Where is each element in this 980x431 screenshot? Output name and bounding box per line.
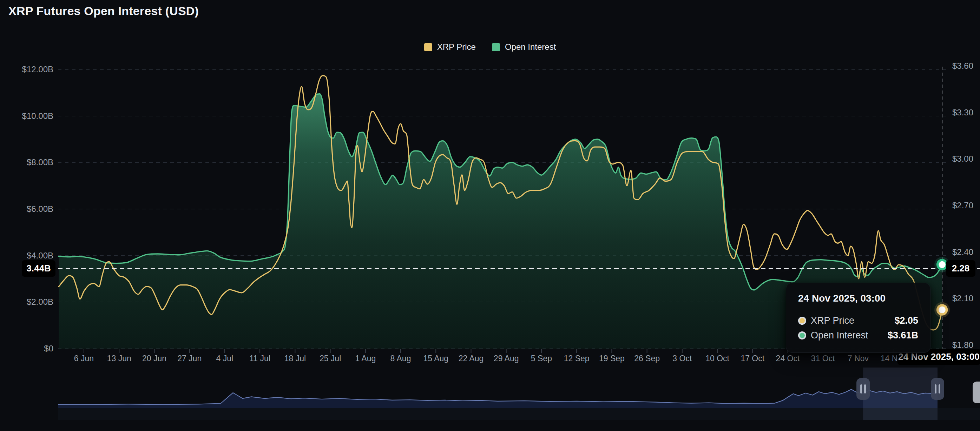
- x-axis-label: 1 Aug: [355, 354, 376, 363]
- x-axis-label: 10 Oct: [705, 354, 729, 363]
- navigator-baseline-band: [58, 408, 980, 420]
- oi-last-point-marker: [937, 260, 947, 269]
- x-axis-label: 24 Oct: [776, 354, 800, 363]
- price-last-point-marker: [937, 305, 947, 314]
- chart-legend: XRP PriceOpen Interest: [0, 42, 980, 52]
- x-axis-label: 3 Oct: [672, 354, 692, 363]
- x-axis-label: 18 Jul: [285, 354, 306, 363]
- y-axis-left-label: $8.00B: [0, 158, 53, 166]
- legend-item-open-interest[interactable]: Open Interest: [492, 42, 556, 52]
- navigator-handle-left[interactable]: [856, 378, 870, 400]
- legend-item-xrp-price[interactable]: XRP Price: [424, 42, 476, 52]
- y-axis-right-label: $2.70: [952, 201, 973, 210]
- chart-page: XRP Futures Open Interest (USD) XRP Pric…: [0, 0, 980, 431]
- y-axis-left-label: $4.00B: [0, 252, 53, 260]
- y-axis-right-label: $2.40: [952, 248, 973, 256]
- y-axis-right-label: $2.10: [952, 294, 973, 303]
- legend-label: XRP Price: [437, 42, 476, 52]
- tooltip-value: $2.05: [894, 315, 918, 326]
- page-title: XRP Futures Open Interest (USD): [8, 4, 199, 18]
- legend-swatch-icon: [424, 43, 432, 51]
- x-axis-label: 5 Sep: [531, 354, 552, 363]
- x-axis-label: 15 Aug: [423, 354, 449, 363]
- x-axis-label: 11 Jul: [249, 354, 270, 363]
- legend-label: Open Interest: [505, 42, 556, 52]
- tooltip-label: Open Interest: [811, 330, 868, 341]
- tooltip-value: $3.61B: [888, 330, 918, 341]
- x-axis-label: 13 Jun: [107, 354, 131, 363]
- x-axis-label: 6 Jun: [74, 354, 94, 363]
- oi-current-value-pill: 3.44B: [22, 260, 56, 277]
- y-axis-left-label: $10.00B: [0, 112, 53, 120]
- x-axis-label: 17 Oct: [741, 354, 764, 363]
- y-axis-left-label: $0: [0, 344, 53, 353]
- y-axis-left-label: $2.00B: [0, 298, 53, 306]
- x-axis-label: 25 Jul: [320, 354, 341, 363]
- navigator-handle-right[interactable]: [931, 378, 944, 400]
- navigator[interactable]: [58, 368, 980, 420]
- xrp-price-dot-icon: [798, 317, 806, 325]
- price-current-value-pill: 2.28: [946, 260, 975, 277]
- tooltip-row-xrp-price: XRP Price $2.05: [798, 313, 918, 328]
- y-axis-right-label: $3.60: [952, 62, 973, 70]
- x-axis-label: 7 Nov: [848, 354, 869, 363]
- x-axis-label: 12 Sep: [564, 354, 590, 363]
- x-axis-label: 19 Sep: [599, 354, 625, 363]
- x-axis-label: 4 Jul: [216, 354, 234, 363]
- tooltip-label: XRP Price: [811, 315, 854, 326]
- x-axis-label: 22 Aug: [458, 354, 484, 363]
- x-axis-label: 20 Jun: [142, 354, 166, 363]
- y-axis-right-label: $1.80: [952, 341, 973, 349]
- x-axis-label: 29 Aug: [494, 354, 519, 363]
- y-axis-left-label: $12.00B: [0, 65, 53, 74]
- y-axis-left-label: $6.00B: [0, 205, 53, 213]
- tooltip-row-open-interest: Open Interest $3.61B: [798, 328, 918, 342]
- x-axis-label: 27 Jun: [177, 354, 202, 363]
- navigator-edge-button[interactable]: [973, 382, 980, 403]
- navigator-area: [58, 389, 937, 408]
- tooltip-title: 24 Nov 2025, 03:00: [798, 293, 918, 304]
- legend-swatch-icon: [492, 43, 500, 51]
- main-chart-canvas[interactable]: [0, 0, 980, 431]
- x-axis-label: 26 Sep: [634, 354, 660, 363]
- y-axis-right-label: $3.30: [952, 108, 973, 117]
- tooltip: 24 Nov 2025, 03:00 XRP Price $2.05 Open …: [786, 283, 931, 353]
- x-axis-label: 8 Aug: [390, 354, 411, 363]
- x-axis-label: 31 Oct: [811, 354, 835, 363]
- y-axis-right-label: $3.00: [952, 155, 973, 163]
- navigator-selection[interactable]: [863, 368, 937, 420]
- open-interest-dot-icon: [798, 331, 806, 339]
